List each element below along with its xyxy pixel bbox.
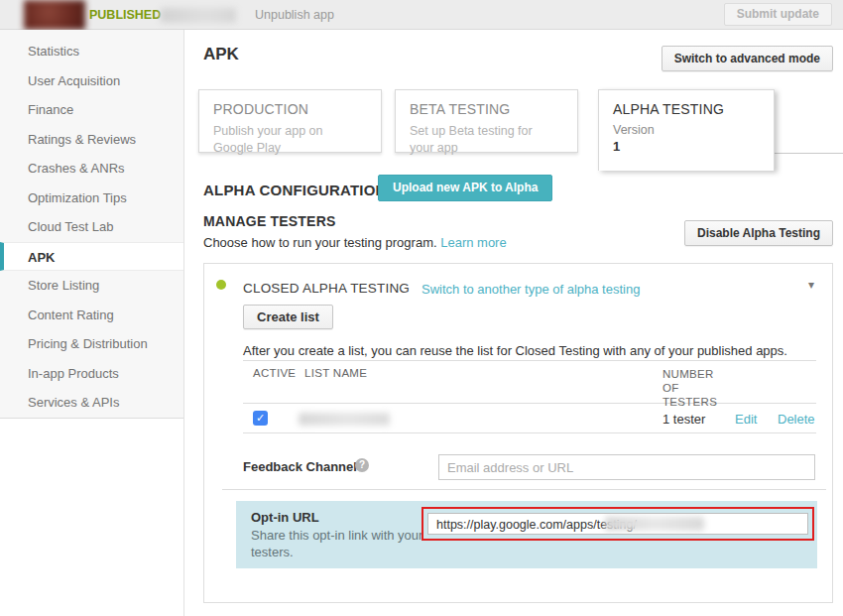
sidebar-item-statistics[interactable]: Statistics [0,37,183,66]
sidebar-item-ratings-reviews[interactable]: Ratings & Reviews [0,125,183,155]
tab-beta-testing[interactable]: BETA TESTING Set up Beta testing for you… [395,89,578,153]
sidebar-menu: Statistics User Acquisition Finance Rati… [0,30,183,419]
tab-production-desc: Publish your app on Google Play [213,123,357,157]
column-header-number-of-testers: NUMBER OF TESTERS [662,367,724,409]
tabs-bottom-rule [775,153,843,154]
tab-production[interactable]: PRODUCTION Publish your app on Google Pl… [198,89,382,153]
sidebar-item-in-app-products[interactable]: In-app Products [0,359,183,389]
edit-link[interactable]: Edit [735,412,757,427]
sidebar-item-content-rating[interactable]: Content Rating [0,301,183,330]
status-badge: PUBLISHED [89,8,161,22]
sidebar: Statistics User Acquisition Finance Rati… [0,30,184,616]
testers-table: ACTIVE LIST NAME NUMBER OF TESTERS ✓ 1 t… [243,360,816,433]
page-title: APK [203,45,239,64]
learn-more-link[interactable]: Learn more [440,235,506,250]
play-console-apk-page: PUBLISHED Unpublish app Submit update St… [0,0,843,616]
reuse-list-text: After you create a list, you can reuse t… [243,343,787,358]
sidebar-item-pricing-distribution[interactable]: Pricing & Distribution [0,329,183,359]
upload-new-apk-button[interactable]: Upload new APK to Alpha [378,175,552,201]
unpublish-app-button[interactable]: Unpublish app [255,8,334,22]
app-icon [24,0,85,30]
tab-production-title: PRODUCTION [213,101,367,117]
sidebar-item-optimization-tips[interactable]: Optimization Tips [0,184,183,213]
feedback-channel-input[interactable] [438,454,815,480]
table-row: ✓ 1 tester Edit Delete [243,404,816,433]
closed-alpha-panel: CLOSED ALPHA TESTING Switch to another t… [203,263,833,603]
opt-in-url-label: Opt-in URL [251,510,319,525]
sidebar-item-services-apis[interactable]: Services & APIs [0,388,183,418]
tab-alpha-version-label: Version [613,123,760,137]
opt-in-url-description: Share this opt-in link with your testers… [251,527,427,560]
sidebar-item-cloud-test-lab[interactable]: Cloud Test Lab [0,212,183,242]
tab-beta-title: BETA TESTING [410,101,563,117]
switch-advanced-mode-button[interactable]: Switch to advanced mode [662,46,833,71]
create-list-button[interactable]: Create list [243,305,333,329]
sidebar-item-finance[interactable]: Finance [0,95,183,125]
disable-alpha-testing-button[interactable]: Disable Alpha Testing [684,220,833,246]
column-header-active: ACTIVE [253,367,296,379]
chevron-down-icon[interactable]: ▾ [808,278,814,292]
sidebar-item-apk[interactable]: APK [0,242,183,272]
redacted-list-name [299,413,390,426]
table-header: ACTIVE LIST NAME NUMBER OF TESTERS [243,360,816,404]
tab-alpha-title: ALPHA TESTING [613,101,760,117]
tab-alpha-version-value: 1 [613,139,760,154]
help-icon[interactable]: ? [355,458,369,472]
active-checkbox[interactable]: ✓ [253,411,268,426]
sidebar-item-crashes-anrs[interactable]: Crashes & ANRs [0,154,183,184]
tab-beta-desc: Set up Beta testing for your app [410,123,553,157]
annotation-highlight-box: https://play.google.com/apps/testing/ [422,507,814,541]
testing-type-title: CLOSED ALPHA TESTING [243,281,410,296]
redacted-app-name [161,8,236,23]
feedback-channel-label: Feedback Channel [243,459,357,474]
topbar: PUBLISHED Unpublish app Submit update [0,0,843,30]
column-header-list-name: LIST NAME [304,367,367,379]
delete-link[interactable]: Delete [778,412,815,427]
sidebar-item-user-acquisition[interactable]: User Acquisition [0,66,183,96]
alpha-configuration-title: ALPHA CONFIGURATION [203,182,387,198]
section-divider [222,489,826,490]
testers-count: 1 tester [662,412,705,427]
choose-text: Choose how to run your testing program. [203,235,437,250]
opt-in-url-field[interactable]: https://play.google.com/apps/testing/ [427,513,808,535]
manage-testers-title: MANAGE TESTERS [203,213,335,229]
status-dot-icon [216,280,226,290]
switch-testing-type-link[interactable]: Switch to another type of alpha testing [422,282,640,297]
submit-update-button[interactable]: Submit update [724,3,832,26]
tab-alpha-testing[interactable]: ALPHA TESTING Version 1 [598,89,775,171]
redacted-url-suffix [605,517,704,531]
sidebar-item-store-listing[interactable]: Store Listing [0,271,183,301]
manage-testers-description: Choose how to run your testing program. … [203,235,507,250]
